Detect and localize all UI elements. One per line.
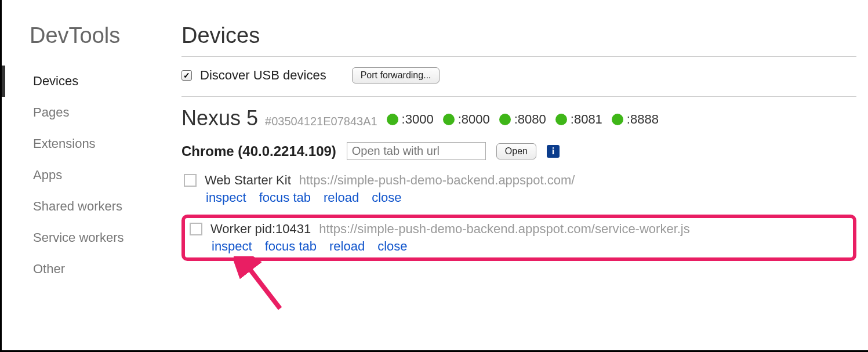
port-forwarding-button[interactable]: Port forwarding... bbox=[352, 67, 440, 84]
status-dot-icon bbox=[555, 114, 567, 125]
divider bbox=[181, 56, 856, 57]
discover-usb-checkbox[interactable]: ✓ bbox=[181, 70, 192, 81]
sidebar-item-apps[interactable]: Apps bbox=[2, 159, 164, 191]
port-status: :8000 bbox=[443, 112, 490, 127]
sidebar-item-service-workers[interactable]: Service workers bbox=[2, 222, 164, 253]
device-id: #03504121E07843A1 bbox=[265, 115, 377, 128]
status-dot-icon bbox=[499, 114, 511, 125]
sidebar-item-pages[interactable]: Pages bbox=[2, 97, 164, 128]
sidebar-item-devices[interactable]: Devices bbox=[2, 66, 164, 97]
browser-label: Chrome (40.0.2214.109) bbox=[181, 143, 336, 159]
browser-row: Chrome (40.0.2214.109) Open i bbox=[181, 142, 856, 160]
open-tab-url-input[interactable] bbox=[347, 142, 486, 160]
device-header: Nexus 5 #03504121E07843A1 :3000 :8000 :8… bbox=[181, 106, 856, 130]
close-link[interactable]: close bbox=[377, 239, 407, 254]
port-label: :8080 bbox=[514, 112, 546, 127]
target-item: Web Starter Kit https://simple-push-demo… bbox=[181, 168, 856, 211]
target-title: Worker pid:10431 bbox=[210, 222, 311, 237]
info-icon[interactable]: i bbox=[547, 145, 560, 158]
close-link[interactable]: close bbox=[372, 190, 401, 205]
open-button[interactable]: Open bbox=[496, 143, 536, 159]
reload-link[interactable]: reload bbox=[329, 239, 365, 254]
sidebar-item-other[interactable]: Other bbox=[2, 253, 164, 285]
target-url: https://simple-push-demo-backend.appspot… bbox=[319, 222, 690, 237]
sidebar-item-extensions[interactable]: Extensions bbox=[2, 128, 164, 159]
target-item: Worker pid:10431 https://simple-push-dem… bbox=[187, 222, 851, 254]
sidebar: DevTools Devices Pages Extensions Apps S… bbox=[2, 0, 164, 350]
status-dot-icon bbox=[443, 114, 455, 125]
reload-link[interactable]: reload bbox=[324, 190, 359, 205]
port-status: :8888 bbox=[612, 112, 659, 127]
divider bbox=[181, 96, 856, 97]
port-label: :8888 bbox=[627, 112, 659, 127]
target-checkbox[interactable] bbox=[190, 223, 202, 235]
highlight-annotation: Worker pid:10431 https://simple-push-dem… bbox=[181, 215, 856, 261]
target-url: https://simple-push-demo-backend.appspot… bbox=[299, 173, 575, 188]
main-content: Devices ✓ Discover USB devices Port forw… bbox=[164, 0, 868, 350]
sidebar-item-shared-workers[interactable]: Shared workers bbox=[2, 191, 164, 222]
port-label: :8081 bbox=[571, 112, 602, 127]
discover-toolbar: ✓ Discover USB devices Port forwarding..… bbox=[181, 67, 856, 84]
inspect-link[interactable]: inspect bbox=[212, 239, 252, 254]
port-status: :3000 bbox=[387, 112, 434, 127]
port-status: :8081 bbox=[555, 112, 602, 127]
inspect-link[interactable]: inspect bbox=[206, 190, 246, 205]
target-checkbox[interactable] bbox=[184, 174, 197, 187]
target-title: Web Starter Kit bbox=[205, 173, 291, 188]
app-title: DevTools bbox=[2, 23, 164, 48]
port-label: :8000 bbox=[458, 112, 490, 127]
status-dot-icon bbox=[387, 114, 398, 125]
arrow-annotation-icon bbox=[234, 256, 303, 314]
port-status: :8080 bbox=[499, 112, 546, 127]
page-title: Devices bbox=[181, 23, 856, 48]
port-label: :3000 bbox=[402, 112, 434, 127]
status-dot-icon bbox=[612, 114, 623, 125]
focus-tab-link[interactable]: focus tab bbox=[265, 239, 317, 254]
svg-line-0 bbox=[245, 263, 280, 309]
device-name: Nexus 5 bbox=[181, 106, 258, 130]
focus-tab-link[interactable]: focus tab bbox=[259, 190, 311, 205]
discover-usb-label: Discover USB devices bbox=[200, 68, 326, 83]
